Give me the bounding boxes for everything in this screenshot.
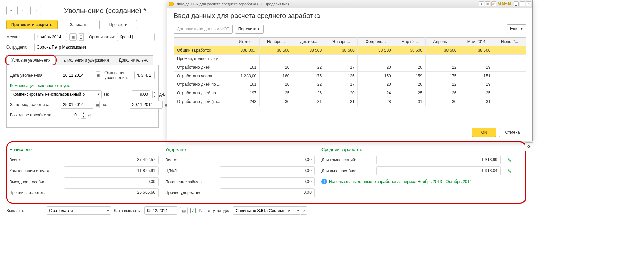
table-row[interactable]: Отработано дней по ...19725262024252625 [174, 89, 526, 97]
period-from-input[interactable] [61, 101, 93, 109]
post-and-close-button[interactable]: Провести и закрыть [6, 20, 58, 29]
cell[interactable]: 20 [260, 80, 292, 89]
tb-star-icon[interactable]: ★ [479, 1, 484, 6]
for-days-input[interactable] [132, 90, 150, 98]
cell[interactable] [493, 63, 526, 72]
period-from-picker-icon[interactable]: ▦ [96, 101, 100, 108]
more-button[interactable]: Еще ▾ [507, 24, 526, 33]
cell[interactable] [394, 55, 425, 63]
dismiss-date-picker-icon[interactable]: ▦ [96, 71, 100, 79]
table-header[interactable]: Итого [229, 38, 260, 46]
cell[interactable]: 197 [229, 89, 260, 97]
cell[interactable]: 38 500 [425, 46, 459, 55]
cell[interactable] [260, 55, 292, 63]
tb-mminus-button[interactable]: M- [508, 1, 513, 6]
cell[interactable]: 38 500 [357, 46, 394, 55]
cell[interactable] [493, 89, 526, 97]
table-row[interactable]: Премия, полностью у... [174, 55, 526, 63]
save-button[interactable]: Записать [60, 20, 97, 29]
cell[interactable]: 31 [459, 97, 493, 106]
minimize-icon[interactable]: ▁ [514, 1, 519, 6]
maximize-icon[interactable]: ▢ [520, 1, 525, 6]
forward-button[interactable]: → [30, 6, 41, 15]
month-spinner[interactable]: ▲▼ [79, 33, 84, 41]
cell[interactable] [493, 97, 526, 106]
cell[interactable] [459, 55, 493, 63]
cell[interactable] [493, 80, 526, 89]
table-row[interactable]: Отработано дней (ка...24330313128313031 [174, 97, 526, 106]
cell[interactable]: 20 [260, 63, 292, 72]
post-button[interactable]: Провести [99, 20, 137, 29]
table-header[interactable]: Март 2... [394, 38, 425, 46]
cell[interactable]: 25 [394, 89, 425, 97]
period-to-input[interactable] [130, 101, 163, 109]
cell[interactable]: 38 500 [292, 46, 325, 55]
table-header[interactable]: Ноябрь... [260, 38, 292, 46]
tb-mplus-button[interactable]: M+ [502, 1, 507, 6]
table-row[interactable]: Общий заработок308 00...38 50038 50038 5… [174, 46, 526, 55]
cell[interactable]: 25 [459, 89, 493, 97]
cell[interactable]: 38 500 [325, 46, 357, 55]
cell[interactable]: 17 [325, 63, 357, 72]
cell[interactable]: 24 [357, 89, 394, 97]
org-input[interactable] [117, 33, 155, 41]
table-header[interactable] [174, 38, 229, 46]
cell[interactable]: 19 [459, 63, 493, 72]
cell[interactable]: 31 [394, 97, 425, 106]
cell[interactable]: 22 [292, 63, 325, 72]
table-header[interactable]: Январь... [325, 38, 357, 46]
approved-checkbox[interactable]: ✓ [190, 208, 196, 213]
data-table-wrap[interactable]: ИтогоНоябрь...Декабр...Январь...Февраль.… [174, 37, 526, 106]
cell[interactable]: 28 [357, 97, 394, 106]
cell[interactable]: 22 [425, 63, 459, 72]
cell[interactable]: 25 [260, 89, 292, 97]
cell[interactable]: 30 [425, 97, 459, 106]
approved-by-open-icon[interactable]: ↗ [301, 206, 307, 215]
table-row[interactable]: Отработано часов1 283,001601751361591591… [174, 72, 526, 80]
cell[interactable] [425, 55, 459, 63]
cell[interactable]: 22 [425, 80, 459, 89]
cell[interactable]: 30 [260, 97, 292, 106]
cell[interactable]: 38 500 [260, 46, 292, 55]
tab-accruals[interactable]: Начисления и удержания [56, 55, 114, 65]
comp-mode-dropdown-icon[interactable]: ▼ [96, 90, 102, 98]
month-picker-icon[interactable]: ▦ [69, 33, 77, 41]
ok-button[interactable]: ОК [472, 128, 496, 137]
cell[interactable]: 31 [325, 97, 357, 106]
pay-mode-dropdown-icon[interactable]: ▼ [105, 206, 111, 215]
for-days-spinner[interactable]: ▲▼ [152, 91, 157, 98]
back-button[interactable]: ← [17, 6, 28, 15]
tab-conditions[interactable]: Условия увольнения [6, 55, 56, 65]
cell[interactable]: 20 [357, 80, 394, 89]
cell[interactable] [493, 55, 526, 63]
cell[interactable]: 160 [260, 72, 292, 80]
table-header[interactable]: Февраль... [357, 38, 394, 46]
cell[interactable]: 26 [425, 89, 459, 97]
severance-days-spinner[interactable]: ▲▼ [81, 111, 86, 119]
fill-by-fot-button[interactable]: Дополнить по данным ФОТ [174, 25, 233, 34]
cell[interactable]: 1 283,00 [229, 72, 260, 80]
employee-input[interactable] [34, 43, 164, 51]
cell[interactable]: 136 [325, 72, 357, 80]
tab-additional[interactable]: Дополнительно [114, 55, 153, 65]
pay-date-input[interactable] [144, 206, 177, 215]
edit-sev-avg-icon[interactable]: ✎ [507, 168, 519, 174]
cell[interactable] [493, 72, 526, 80]
tb-calc-icon[interactable]: ▥ [485, 1, 490, 6]
home-button[interactable]: ⌂ [6, 6, 15, 15]
cell[interactable]: 17 [325, 80, 357, 89]
month-input[interactable] [34, 33, 67, 41]
cell[interactable]: 151 [459, 72, 493, 80]
table-row[interactable]: Отработано дней16120221720202219 [174, 63, 526, 72]
approved-by-input[interactable] [233, 206, 295, 215]
approved-by-dropdown-icon[interactable]: ▼ [295, 206, 301, 215]
tb-m-button[interactable]: M [497, 1, 501, 6]
cell[interactable]: 159 [394, 72, 425, 80]
table-header[interactable]: Июнь 2... [493, 38, 526, 46]
cell[interactable] [493, 46, 526, 55]
cell[interactable]: 38 500 [459, 46, 493, 55]
table-header[interactable]: Апрель ... [425, 38, 459, 46]
table-row[interactable]: Отработано дней по ...16120221720202219 [174, 80, 526, 89]
cell[interactable]: 38 500 [394, 46, 425, 55]
cell[interactable]: 22 [292, 80, 325, 89]
